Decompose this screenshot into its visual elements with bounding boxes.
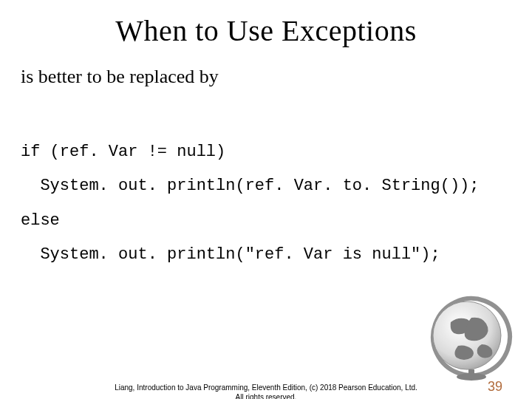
code-line-1: if (ref. Var != null) xyxy=(21,143,225,161)
svg-rect-3 xyxy=(468,369,474,377)
intro-text: is better to be replaced by xyxy=(21,66,511,88)
slide-title: When to Use Exceptions xyxy=(0,13,532,48)
footer: Liang, Introduction to Java Programming,… xyxy=(0,383,532,399)
code-line-2: System. out. println(ref. Var. to. Strin… xyxy=(21,177,480,195)
slide: When to Use Exceptions is better to be r… xyxy=(0,13,532,399)
footer-line-2: All rights reserved. xyxy=(0,393,532,400)
globe-icon xyxy=(414,293,517,381)
footer-line-1: Liang, Introduction to Java Programming,… xyxy=(0,383,532,393)
code-line-3: else xyxy=(21,211,60,230)
code-line-4: System. out. println("ref. Var is null")… xyxy=(21,245,440,264)
code-block: if (ref. Var != null) System. out. print… xyxy=(21,101,511,306)
